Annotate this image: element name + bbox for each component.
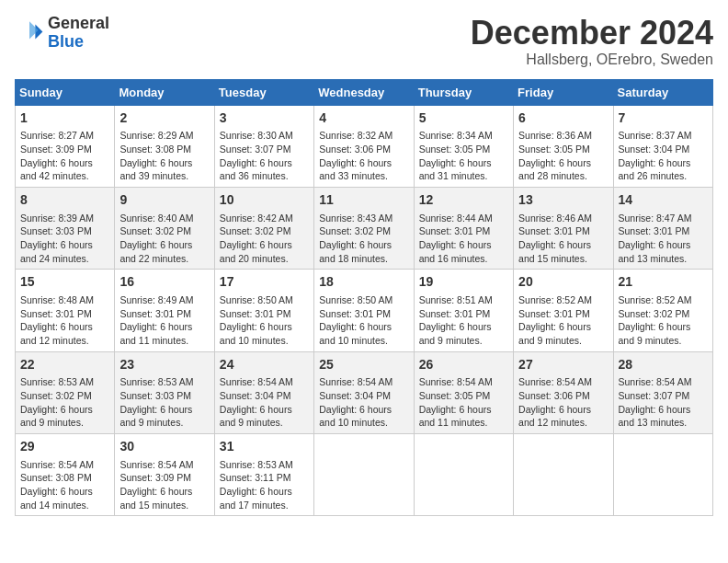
calendar-header-row: SundayMondayTuesdayWednesdayThursdayFrid… [16, 79, 713, 105]
calendar-table: SundayMondayTuesdayWednesdayThursdayFrid… [15, 79, 713, 517]
day-info: Sunrise: 8:29 AMSunset: 3:08 PMDaylight:… [119, 130, 193, 181]
day-number: 17 [220, 273, 309, 292]
day-info: Sunrise: 8:30 AMSunset: 3:07 PMDaylight:… [220, 130, 293, 181]
day-header-tuesday: Tuesday [214, 79, 313, 105]
day-info: Sunrise: 8:47 AMSunset: 3:01 PMDaylight:… [619, 213, 692, 264]
calendar-cell: 22Sunrise: 8:53 AMSunset: 3:02 PMDayligh… [16, 351, 115, 433]
calendar-cell: 12Sunrise: 8:44 AMSunset: 3:01 PMDayligh… [414, 187, 513, 269]
day-info: Sunrise: 8:54 AMSunset: 3:09 PMDaylight:… [119, 459, 193, 511]
calendar-week-1: 1Sunrise: 8:27 AMSunset: 3:09 PMDaylight… [16, 105, 713, 187]
calendar-cell: 4Sunrise: 8:32 AMSunset: 3:06 PMDaylight… [314, 105, 414, 187]
calendar-cell: 14Sunrise: 8:47 AMSunset: 3:01 PMDayligh… [613, 187, 712, 269]
day-number: 15 [20, 273, 109, 292]
calendar-cell: 19Sunrise: 8:51 AMSunset: 3:01 PMDayligh… [414, 270, 513, 351]
day-info: Sunrise: 8:27 AMSunset: 3:09 PMDaylight:… [20, 130, 94, 181]
logo: General Blue [15, 15, 109, 52]
day-info: Sunrise: 8:50 AMSunset: 3:01 PMDaylight:… [220, 294, 293, 346]
day-info: Sunrise: 8:49 AMSunset: 3:01 PMDaylight:… [119, 294, 193, 346]
logo-general-text: General [48, 14, 109, 32]
day-number: 24 [220, 356, 309, 374]
day-number: 26 [419, 356, 508, 374]
day-number: 13 [518, 191, 608, 210]
day-number: 30 [119, 438, 209, 456]
calendar-cell: 1Sunrise: 8:27 AMSunset: 3:09 PMDaylight… [16, 105, 115, 187]
calendar-cell: 5Sunrise: 8:34 AMSunset: 3:05 PMDaylight… [414, 105, 513, 187]
day-info: Sunrise: 8:52 AMSunset: 3:01 PMDaylight:… [518, 294, 592, 346]
calendar-cell: 31Sunrise: 8:53 AMSunset: 3:11 PMDayligh… [214, 433, 313, 515]
day-number: 7 [619, 109, 708, 128]
calendar-cell: 30Sunrise: 8:54 AMSunset: 3:09 PMDayligh… [115, 433, 214, 515]
day-number: 12 [419, 191, 508, 210]
calendar-cell: 21Sunrise: 8:52 AMSunset: 3:02 PMDayligh… [613, 270, 712, 351]
day-number: 5 [419, 109, 508, 128]
day-number: 2 [119, 109, 209, 128]
logo-blue-text: Blue [48, 32, 84, 51]
day-header-sunday: Sunday [16, 79, 115, 105]
calendar-cell: 10Sunrise: 8:42 AMSunset: 3:02 PMDayligh… [214, 187, 313, 269]
day-info: Sunrise: 8:52 AMSunset: 3:02 PMDaylight:… [619, 294, 692, 346]
calendar-cell: 3Sunrise: 8:30 AMSunset: 3:07 PMDaylight… [214, 105, 313, 187]
calendar-cell: 16Sunrise: 8:49 AMSunset: 3:01 PMDayligh… [115, 270, 214, 351]
day-number: 8 [20, 191, 109, 210]
day-info: Sunrise: 8:54 AMSunset: 3:06 PMDaylight:… [518, 376, 592, 428]
day-info: Sunrise: 8:54 AMSunset: 3:07 PMDaylight:… [619, 376, 692, 428]
calendar-cell: 2Sunrise: 8:29 AMSunset: 3:08 PMDaylight… [115, 105, 214, 187]
calendar-week-4: 22Sunrise: 8:53 AMSunset: 3:02 PMDayligh… [16, 351, 713, 433]
day-header-saturday: Saturday [613, 79, 712, 105]
calendar-cell: 25Sunrise: 8:54 AMSunset: 3:04 PMDayligh… [314, 351, 414, 433]
day-number: 14 [619, 191, 708, 210]
day-number: 4 [319, 109, 408, 128]
day-info: Sunrise: 8:42 AMSunset: 3:02 PMDaylight:… [220, 213, 293, 264]
calendar-cell: 6Sunrise: 8:36 AMSunset: 3:05 PMDaylight… [514, 105, 613, 187]
day-info: Sunrise: 8:37 AMSunset: 3:04 PMDaylight:… [619, 130, 692, 181]
day-number: 22 [20, 356, 109, 374]
day-number: 11 [319, 191, 408, 210]
location: Hallsberg, OErebro, Sweden [471, 52, 713, 68]
day-header-friday: Friday [514, 79, 613, 105]
day-header-thursday: Thursday [414, 79, 513, 105]
day-info: Sunrise: 8:39 AMSunset: 3:03 PMDaylight:… [20, 213, 94, 264]
calendar-cell: 29Sunrise: 8:54 AMSunset: 3:08 PMDayligh… [16, 433, 115, 515]
day-number: 23 [119, 356, 209, 374]
day-number: 21 [619, 273, 708, 292]
day-info: Sunrise: 8:54 AMSunset: 3:05 PMDaylight:… [419, 376, 493, 428]
day-number: 1 [20, 109, 109, 128]
day-info: Sunrise: 8:48 AMSunset: 3:01 PMDaylight:… [20, 294, 94, 346]
day-info: Sunrise: 8:53 AMSunset: 3:02 PMDaylight:… [20, 376, 94, 428]
calendar-cell [613, 433, 712, 515]
day-number: 10 [220, 191, 309, 210]
day-info: Sunrise: 8:46 AMSunset: 3:01 PMDaylight:… [518, 213, 592, 264]
calendar-week-3: 15Sunrise: 8:48 AMSunset: 3:01 PMDayligh… [16, 270, 713, 351]
day-info: Sunrise: 8:36 AMSunset: 3:05 PMDaylight:… [518, 130, 592, 181]
day-number: 16 [119, 273, 209, 292]
calendar-week-5: 29Sunrise: 8:54 AMSunset: 3:08 PMDayligh… [16, 433, 713, 515]
calendar-cell: 18Sunrise: 8:50 AMSunset: 3:01 PMDayligh… [314, 270, 414, 351]
day-number: 9 [119, 191, 209, 210]
day-header-wednesday: Wednesday [314, 79, 414, 105]
day-info: Sunrise: 8:50 AMSunset: 3:01 PMDaylight:… [319, 294, 392, 346]
day-info: Sunrise: 8:43 AMSunset: 3:02 PMDaylight:… [319, 213, 392, 264]
day-info: Sunrise: 8:54 AMSunset: 3:04 PMDaylight:… [220, 376, 293, 428]
calendar-cell [414, 433, 513, 515]
calendar-cell: 23Sunrise: 8:53 AMSunset: 3:03 PMDayligh… [115, 351, 214, 433]
day-info: Sunrise: 8:32 AMSunset: 3:06 PMDaylight:… [319, 130, 392, 181]
calendar-cell: 17Sunrise: 8:50 AMSunset: 3:01 PMDayligh… [214, 270, 313, 351]
calendar-cell: 8Sunrise: 8:39 AMSunset: 3:03 PMDaylight… [16, 187, 115, 269]
calendar-cell: 7Sunrise: 8:37 AMSunset: 3:04 PMDaylight… [613, 105, 712, 187]
calendar-cell: 27Sunrise: 8:54 AMSunset: 3:06 PMDayligh… [514, 351, 613, 433]
day-number: 19 [419, 273, 508, 292]
day-info: Sunrise: 8:54 AMSunset: 3:08 PMDaylight:… [20, 459, 94, 511]
page-header: General Blue December 2024 Hallsberg, OE… [15, 15, 713, 68]
calendar-cell: 24Sunrise: 8:54 AMSunset: 3:04 PMDayligh… [214, 351, 313, 433]
day-info: Sunrise: 8:53 AMSunset: 3:11 PMDaylight:… [220, 459, 293, 511]
calendar-cell: 15Sunrise: 8:48 AMSunset: 3:01 PMDayligh… [16, 270, 115, 351]
calendar-cell [514, 433, 613, 515]
day-number: 31 [220, 438, 309, 456]
day-number: 18 [319, 273, 408, 292]
day-number: 20 [518, 273, 608, 292]
calendar-cell: 9Sunrise: 8:40 AMSunset: 3:02 PMDaylight… [115, 187, 214, 269]
day-info: Sunrise: 8:51 AMSunset: 3:01 PMDaylight:… [419, 294, 493, 346]
day-info: Sunrise: 8:40 AMSunset: 3:02 PMDaylight:… [119, 213, 193, 264]
day-number: 28 [619, 356, 708, 374]
day-number: 25 [319, 356, 408, 374]
